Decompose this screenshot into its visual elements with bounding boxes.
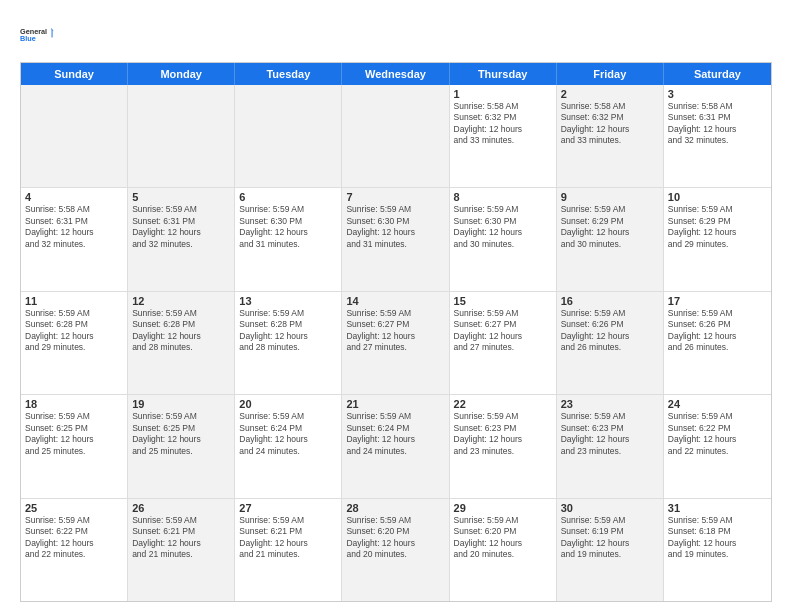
day-number: 31 [668,502,767,514]
calendar-cell: 1Sunrise: 5:58 AM Sunset: 6:32 PM Daylig… [450,85,557,187]
calendar-cell: 4Sunrise: 5:58 AM Sunset: 6:31 PM Daylig… [21,188,128,290]
day-info: Sunrise: 5:59 AM Sunset: 6:24 PM Dayligh… [239,411,337,457]
day-info: Sunrise: 5:59 AM Sunset: 6:23 PM Dayligh… [454,411,552,457]
calendar-cell: 14Sunrise: 5:59 AM Sunset: 6:27 PM Dayli… [342,292,449,394]
day-info: Sunrise: 5:59 AM Sunset: 6:28 PM Dayligh… [239,308,337,354]
day-number: 16 [561,295,659,307]
calendar-cell: 19Sunrise: 5:59 AM Sunset: 6:25 PM Dayli… [128,395,235,497]
day-number: 8 [454,191,552,203]
calendar-cell: 31Sunrise: 5:59 AM Sunset: 6:18 PM Dayli… [664,499,771,601]
weekday-header: Friday [557,63,664,85]
day-info: Sunrise: 5:59 AM Sunset: 6:20 PM Dayligh… [454,515,552,561]
day-number: 18 [25,398,123,410]
day-number: 19 [132,398,230,410]
day-info: Sunrise: 5:59 AM Sunset: 6:19 PM Dayligh… [561,515,659,561]
calendar-cell: 10Sunrise: 5:59 AM Sunset: 6:29 PM Dayli… [664,188,771,290]
day-number: 4 [25,191,123,203]
calendar-row: 1Sunrise: 5:58 AM Sunset: 6:32 PM Daylig… [21,85,771,188]
calendar-cell: 25Sunrise: 5:59 AM Sunset: 6:22 PM Dayli… [21,499,128,601]
day-info: Sunrise: 5:58 AM Sunset: 6:32 PM Dayligh… [561,101,659,147]
day-info: Sunrise: 5:59 AM Sunset: 6:21 PM Dayligh… [132,515,230,561]
calendar-cell: 11Sunrise: 5:59 AM Sunset: 6:28 PM Dayli… [21,292,128,394]
calendar-cell [342,85,449,187]
day-number: 9 [561,191,659,203]
day-info: Sunrise: 5:59 AM Sunset: 6:30 PM Dayligh… [239,204,337,250]
day-number: 29 [454,502,552,514]
calendar-cell: 8Sunrise: 5:59 AM Sunset: 6:30 PM Daylig… [450,188,557,290]
calendar-cell: 15Sunrise: 5:59 AM Sunset: 6:27 PM Dayli… [450,292,557,394]
day-info: Sunrise: 5:59 AM Sunset: 6:23 PM Dayligh… [561,411,659,457]
calendar-cell: 6Sunrise: 5:59 AM Sunset: 6:30 PM Daylig… [235,188,342,290]
calendar-cell [128,85,235,187]
weekday-header: Sunday [21,63,128,85]
calendar-cell: 3Sunrise: 5:58 AM Sunset: 6:31 PM Daylig… [664,85,771,187]
day-info: Sunrise: 5:59 AM Sunset: 6:29 PM Dayligh… [668,204,767,250]
calendar-cell: 7Sunrise: 5:59 AM Sunset: 6:30 PM Daylig… [342,188,449,290]
day-number: 23 [561,398,659,410]
day-number: 2 [561,88,659,100]
calendar-cell: 21Sunrise: 5:59 AM Sunset: 6:24 PM Dayli… [342,395,449,497]
calendar-cell: 29Sunrise: 5:59 AM Sunset: 6:20 PM Dayli… [450,499,557,601]
day-number: 17 [668,295,767,307]
day-number: 7 [346,191,444,203]
day-info: Sunrise: 5:59 AM Sunset: 6:21 PM Dayligh… [239,515,337,561]
day-info: Sunrise: 5:59 AM Sunset: 6:27 PM Dayligh… [346,308,444,354]
day-info: Sunrise: 5:59 AM Sunset: 6:18 PM Dayligh… [668,515,767,561]
day-number: 5 [132,191,230,203]
day-number: 3 [668,88,767,100]
day-number: 6 [239,191,337,203]
weekday-header: Thursday [450,63,557,85]
calendar: SundayMondayTuesdayWednesdayThursdayFrid… [20,62,772,602]
calendar-cell: 13Sunrise: 5:59 AM Sunset: 6:28 PM Dayli… [235,292,342,394]
calendar-cell: 16Sunrise: 5:59 AM Sunset: 6:26 PM Dayli… [557,292,664,394]
calendar-cell [21,85,128,187]
calendar-cell: 28Sunrise: 5:59 AM Sunset: 6:20 PM Dayli… [342,499,449,601]
calendar-row: 4Sunrise: 5:58 AM Sunset: 6:31 PM Daylig… [21,188,771,291]
calendar-cell: 26Sunrise: 5:59 AM Sunset: 6:21 PM Dayli… [128,499,235,601]
weekday-header: Wednesday [342,63,449,85]
day-info: Sunrise: 5:59 AM Sunset: 6:29 PM Dayligh… [561,204,659,250]
day-info: Sunrise: 5:58 AM Sunset: 6:32 PM Dayligh… [454,101,552,147]
day-info: Sunrise: 5:59 AM Sunset: 6:31 PM Dayligh… [132,204,230,250]
day-number: 30 [561,502,659,514]
calendar-body: 1Sunrise: 5:58 AM Sunset: 6:32 PM Daylig… [21,85,771,601]
day-number: 12 [132,295,230,307]
day-info: Sunrise: 5:59 AM Sunset: 6:27 PM Dayligh… [454,308,552,354]
page: General Blue SundayMondayTuesdayWednesda… [0,0,792,612]
day-info: Sunrise: 5:59 AM Sunset: 6:30 PM Dayligh… [346,204,444,250]
svg-marker-2 [51,28,54,38]
weekday-header: Saturday [664,63,771,85]
day-info: Sunrise: 5:59 AM Sunset: 6:28 PM Dayligh… [25,308,123,354]
day-info: Sunrise: 5:58 AM Sunset: 6:31 PM Dayligh… [668,101,767,147]
day-number: 20 [239,398,337,410]
day-number: 15 [454,295,552,307]
calendar-cell: 18Sunrise: 5:59 AM Sunset: 6:25 PM Dayli… [21,395,128,497]
calendar-cell: 20Sunrise: 5:59 AM Sunset: 6:24 PM Dayli… [235,395,342,497]
weekday-header: Tuesday [235,63,342,85]
calendar-cell: 2Sunrise: 5:58 AM Sunset: 6:32 PM Daylig… [557,85,664,187]
calendar-row: 25Sunrise: 5:59 AM Sunset: 6:22 PM Dayli… [21,499,771,601]
calendar-cell: 30Sunrise: 5:59 AM Sunset: 6:19 PM Dayli… [557,499,664,601]
day-number: 21 [346,398,444,410]
day-number: 10 [668,191,767,203]
day-info: Sunrise: 5:59 AM Sunset: 6:25 PM Dayligh… [132,411,230,457]
calendar-cell: 17Sunrise: 5:59 AM Sunset: 6:26 PM Dayli… [664,292,771,394]
day-number: 13 [239,295,337,307]
day-number: 1 [454,88,552,100]
day-number: 22 [454,398,552,410]
calendar-cell: 27Sunrise: 5:59 AM Sunset: 6:21 PM Dayli… [235,499,342,601]
day-info: Sunrise: 5:59 AM Sunset: 6:28 PM Dayligh… [132,308,230,354]
svg-text:Blue: Blue [20,34,36,43]
header: General Blue [20,18,772,52]
day-number: 27 [239,502,337,514]
day-info: Sunrise: 5:59 AM Sunset: 6:26 PM Dayligh… [668,308,767,354]
calendar-header: SundayMondayTuesdayWednesdayThursdayFrid… [21,63,771,85]
calendar-cell: 5Sunrise: 5:59 AM Sunset: 6:31 PM Daylig… [128,188,235,290]
day-info: Sunrise: 5:59 AM Sunset: 6:30 PM Dayligh… [454,204,552,250]
day-info: Sunrise: 5:58 AM Sunset: 6:31 PM Dayligh… [25,204,123,250]
calendar-cell: 9Sunrise: 5:59 AM Sunset: 6:29 PM Daylig… [557,188,664,290]
calendar-cell: 12Sunrise: 5:59 AM Sunset: 6:28 PM Dayli… [128,292,235,394]
day-info: Sunrise: 5:59 AM Sunset: 6:20 PM Dayligh… [346,515,444,561]
logo: General Blue [20,18,54,52]
calendar-row: 11Sunrise: 5:59 AM Sunset: 6:28 PM Dayli… [21,292,771,395]
